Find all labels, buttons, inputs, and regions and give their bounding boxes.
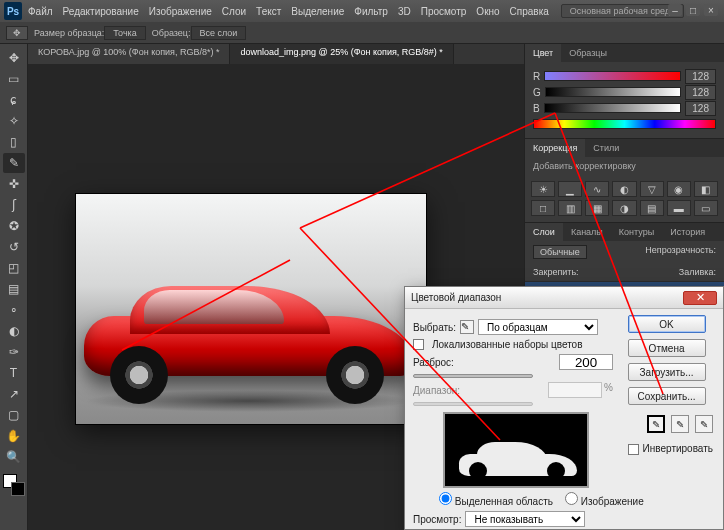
main-menu-bar: Ps Файл Редактирование Изображение Слои … bbox=[0, 0, 724, 22]
menu-file[interactable]: Файл bbox=[28, 6, 53, 17]
load-button[interactable]: Загрузить... bbox=[628, 363, 706, 381]
pen-tool-icon[interactable]: ✑ bbox=[3, 342, 25, 362]
window-close-icon[interactable]: × bbox=[704, 4, 718, 16]
adj-lookup-icon[interactable]: ▦ bbox=[585, 200, 609, 216]
tab-color[interactable]: Цвет bbox=[525, 44, 561, 62]
b-value[interactable]: 128 bbox=[685, 101, 716, 116]
path-tool-icon[interactable]: ↗ bbox=[3, 384, 25, 404]
lasso-tool-icon[interactable]: ɕ bbox=[3, 90, 25, 110]
g-slider[interactable] bbox=[545, 87, 682, 97]
crop-tool-icon[interactable]: ▯ bbox=[3, 132, 25, 152]
adj-photo-icon[interactable]: □ bbox=[531, 200, 555, 216]
heal-tool-icon[interactable]: ✜ bbox=[3, 174, 25, 194]
r-slider[interactable] bbox=[544, 71, 681, 81]
localized-checkbox[interactable] bbox=[413, 339, 424, 350]
eyedropper-set-icon[interactable]: ✎ bbox=[647, 415, 665, 433]
hue-ramp[interactable] bbox=[533, 119, 716, 129]
eyedropper-icon: ✎ bbox=[460, 320, 474, 334]
doc-tab-0[interactable]: КОРОВА.jpg @ 100% (Фон копия, RGB/8*) * bbox=[28, 44, 230, 64]
fuzziness-slider[interactable] bbox=[413, 374, 533, 378]
cancel-button[interactable]: Отмена bbox=[628, 339, 706, 357]
menu-window[interactable]: Окно bbox=[476, 6, 499, 17]
fuzziness-label: Разброс: bbox=[413, 357, 454, 368]
sample-size-label: Размер образца: bbox=[34, 28, 104, 38]
tab-styles[interactable]: Стили bbox=[585, 139, 627, 157]
preview-mode-dropdown[interactable]: Не показывать bbox=[465, 511, 585, 527]
dialog-close-icon[interactable]: ✕ bbox=[683, 291, 717, 305]
adj-hue-icon[interactable]: ◉ bbox=[667, 181, 691, 197]
radio-selection[interactable]: Выделенная область bbox=[439, 492, 553, 507]
move-tool-icon[interactable]: ✥ bbox=[3, 48, 25, 68]
dialog-titlebar[interactable]: Цветовой диапазон ✕ bbox=[405, 287, 723, 309]
zoom-tool-icon[interactable]: 🔍 bbox=[3, 447, 25, 467]
adj-poster-icon[interactable]: ▤ bbox=[640, 200, 664, 216]
eyedropper-tool-icon[interactable]: ✎ bbox=[3, 153, 25, 173]
invert-checkbox[interactable]: Инвертировать bbox=[628, 443, 713, 455]
blur-tool-icon[interactable]: ∘ bbox=[3, 300, 25, 320]
menu-edit[interactable]: Редактирование bbox=[63, 6, 139, 17]
adj-curves-icon[interactable]: ∿ bbox=[585, 181, 609, 197]
save-button[interactable]: Сохранить... bbox=[628, 387, 706, 405]
tool-preset-icon[interactable]: ✥ bbox=[6, 26, 28, 40]
tab-swatches[interactable]: Образцы bbox=[561, 44, 615, 62]
adj-exposure-icon[interactable]: ◐ bbox=[612, 181, 636, 197]
adj-gradmap-icon[interactable]: ▭ bbox=[694, 200, 718, 216]
adjust-icons-grid: ☀ ▁ ∿ ◐ ▽ ◉ ◧ □ ▥ ▦ ◑ ▤ ▬ ▭ bbox=[525, 175, 724, 222]
menu-select[interactable]: Выделение bbox=[291, 6, 344, 17]
adj-invert-icon[interactable]: ◑ bbox=[612, 200, 636, 216]
menu-filter[interactable]: Фильтр bbox=[354, 6, 388, 17]
menu-view[interactable]: Просмотр bbox=[421, 6, 467, 17]
tab-adjust[interactable]: Коррекция bbox=[525, 139, 585, 157]
eyedropper-add-icon[interactable]: ✎ bbox=[671, 415, 689, 433]
document-tabs: КОРОВА.jpg @ 100% (Фон копия, RGB/8*) * … bbox=[28, 44, 524, 64]
fuzziness-input[interactable] bbox=[559, 354, 613, 370]
menu-3d[interactable]: 3D bbox=[398, 6, 411, 17]
adj-bw-icon[interactable]: ◧ bbox=[694, 181, 718, 197]
stamp-tool-icon[interactable]: ✪ bbox=[3, 216, 25, 236]
workspace-switcher[interactable]: Основная рабочая среда bbox=[561, 4, 684, 18]
ok-button[interactable]: OK bbox=[628, 315, 706, 333]
type-tool-icon[interactable]: T bbox=[3, 363, 25, 383]
eyedropper-minus-icon[interactable]: ✎ bbox=[695, 415, 713, 433]
tab-layers[interactable]: Слои bbox=[525, 223, 563, 241]
radio-image[interactable]: Изображение bbox=[565, 492, 644, 507]
menu-help[interactable]: Справка bbox=[510, 6, 549, 17]
g-label: G bbox=[533, 87, 541, 98]
gradient-tool-icon[interactable]: ▤ bbox=[3, 279, 25, 299]
r-value[interactable]: 128 bbox=[685, 69, 716, 84]
shape-tool-icon[interactable]: ▢ bbox=[3, 405, 25, 425]
tab-channels[interactable]: Каналы bbox=[563, 223, 611, 241]
sample-layers-dropdown[interactable]: Все слои bbox=[191, 26, 247, 40]
wand-tool-icon[interactable]: ✧ bbox=[3, 111, 25, 131]
adj-brightness-icon[interactable]: ☀ bbox=[531, 181, 555, 197]
background-swatch[interactable] bbox=[11, 482, 25, 496]
adj-levels-icon[interactable]: ▁ bbox=[558, 181, 582, 197]
history-brush-icon[interactable]: ↺ bbox=[3, 237, 25, 257]
color-swatches[interactable] bbox=[3, 474, 25, 496]
tab-paths[interactable]: Контуры bbox=[611, 223, 662, 241]
brush-tool-icon[interactable]: ʃ bbox=[3, 195, 25, 215]
eraser-tool-icon[interactable]: ◰ bbox=[3, 258, 25, 278]
r-label: R bbox=[533, 71, 540, 82]
menu-text[interactable]: Текст bbox=[256, 6, 281, 17]
window-minimize-icon[interactable]: – bbox=[668, 4, 682, 16]
g-value[interactable]: 128 bbox=[685, 85, 716, 100]
color-range-dialog: Цветовой диапазон ✕ Выбрать: ✎ По образц… bbox=[404, 286, 724, 530]
adj-mixer-icon[interactable]: ▥ bbox=[558, 200, 582, 216]
b-slider[interactable] bbox=[544, 103, 682, 113]
sample-size-dropdown[interactable]: Точка bbox=[104, 26, 145, 40]
tab-history[interactable]: История bbox=[662, 223, 713, 241]
dodge-tool-icon[interactable]: ◐ bbox=[3, 321, 25, 341]
menu-image[interactable]: Изображение bbox=[149, 6, 212, 17]
window-maximize-icon[interactable]: □ bbox=[686, 4, 700, 16]
menu-layer[interactable]: Слои bbox=[222, 6, 246, 17]
hand-tool-icon[interactable]: ✋ bbox=[3, 426, 25, 446]
range-label: Диапазон: bbox=[413, 385, 460, 396]
adj-thresh-icon[interactable]: ▬ bbox=[667, 200, 691, 216]
adj-vibrance-icon[interactable]: ▽ bbox=[640, 181, 664, 197]
blend-mode-dropdown[interactable]: Обычные bbox=[533, 245, 587, 259]
select-dropdown[interactable]: По образцам bbox=[478, 319, 598, 335]
selection-preview[interactable] bbox=[443, 412, 589, 488]
doc-tab-1[interactable]: download_img.png @ 25% (Фон копия, RGB/8… bbox=[230, 44, 453, 64]
marquee-tool-icon[interactable]: ▭ bbox=[3, 69, 25, 89]
